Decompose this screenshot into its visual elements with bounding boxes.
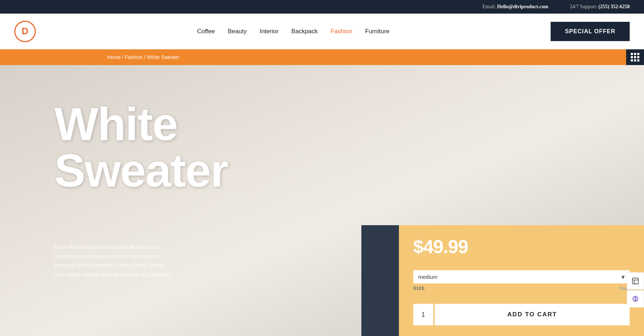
cart-row: 1 ADD TO CART [413,304,630,325]
support-phone: (255) 352-6258 [599,4,630,9]
product-panel: $49.99 small medium large x-large ▾ SIZE… [361,225,644,336]
product-price: $49.99 [413,236,630,257]
size-label-row: SIZE Clear [413,286,630,291]
main-nav: Coffee Beauty Interior Backpack Fashion … [197,28,390,35]
logo-letter: D [22,26,29,37]
email-value: Hello@diviproduct.com [497,4,548,9]
nav-backpack[interactable]: Backpack [291,28,318,35]
size-select[interactable]: small medium large x-large [413,270,630,283]
floating-icons [627,272,644,307]
grid-icon [631,53,639,61]
breadcrumb: Home / Fashion / White Sweater [107,54,180,60]
email-label: Email: [483,4,496,9]
hero-title-block: White Sweater [54,101,228,194]
title-line1: White [54,101,228,147]
support-info: 24/7 Support: (255) 352-6258 [570,4,630,10]
logo[interactable]: D [14,21,36,42]
support-label: 24/7 Support: [570,4,597,9]
book-icon[interactable] [627,272,644,290]
title-line2: Sweater [54,147,228,194]
add-to-cart-button[interactable]: ADD TO CART [435,304,630,325]
nav-furniture[interactable]: Furniture [365,28,390,35]
nav-interior[interactable]: Interior [259,28,278,35]
grid-view-toggle[interactable] [626,49,644,65]
hero-section: White Sweater Cras ultricies ligula sed … [0,65,644,336]
nav-beauty[interactable]: Beauty [228,28,247,35]
brain-icon[interactable] [627,290,644,307]
email-info: Email: Hello@diviproduct.com [483,4,548,10]
hero-description: Cras ultricies ligula sed magna dictum p… [54,242,176,279]
header: D Coffee Beauty Interior Backpack Fashio… [0,14,644,49]
nav-coffee[interactable]: Coffee [197,28,215,35]
size-selector-group: small medium large x-large ▾ SIZE Clear [413,270,630,291]
nav-fashion[interactable]: Fashion [331,28,352,35]
breadcrumb-bar: Home / Fashion / White Sweater [0,49,644,65]
panel-dark-strip [361,225,399,336]
panel-orange: $49.99 small medium large x-large ▾ SIZE… [399,225,644,336]
special-offer-button[interactable]: SPECIAL OFFER [551,22,630,41]
product-title: White Sweater [54,101,228,194]
svg-rect-0 [633,278,639,284]
top-bar: Email: Hello@diviproduct.com 24/7 Suppor… [0,0,644,14]
size-select-wrapper: small medium large x-large ▾ [413,270,630,283]
quantity-display: 1 [413,304,433,325]
size-label: SIZE [413,286,425,291]
